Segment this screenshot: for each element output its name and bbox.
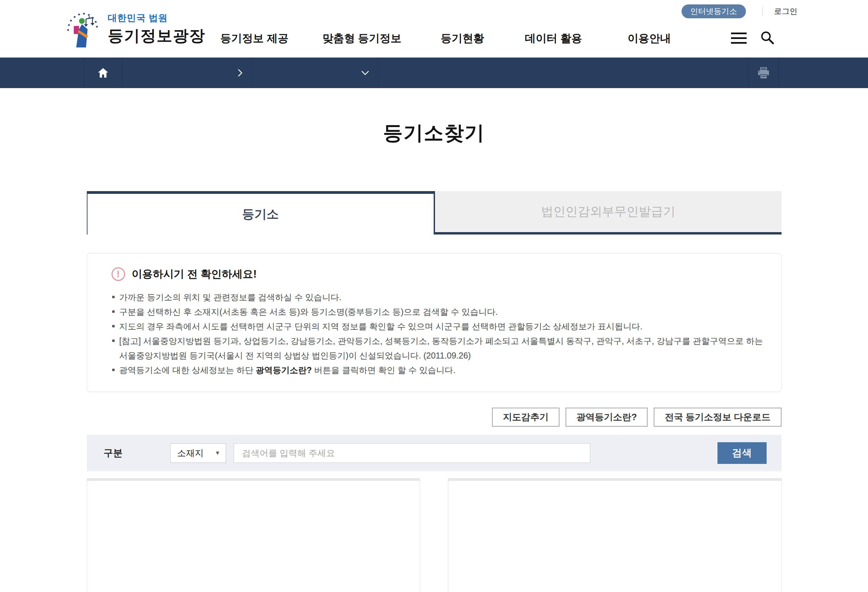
breadcrumb-bar (0, 57, 868, 88)
alert-icon: ! (112, 267, 125, 281)
breadcrumb-item-1[interactable] (122, 57, 252, 88)
notice-item-text: [참고] 서울중앙지방법원 등기과, 상업등기소, 강남등기소, 관악등기소, … (120, 334, 764, 363)
home-icon (97, 68, 109, 78)
hide-map-button[interactable]: 지도감추기 (492, 408, 559, 427)
printer-icon (757, 66, 771, 79)
notice-item-text: 가까운 등기소의 위치 및 관련정보를 검색하실 수 있습니다. (120, 290, 342, 305)
result-panels (87, 478, 782, 592)
notice-item: 광역등기소에 대한 상세정보는 하단 광역등기소란? 버튼을 클릭하면 확인 할… (112, 363, 764, 377)
action-button-row: 지도감추기 광역등기소란? 전국 등기소정보 다운로드 (87, 408, 782, 427)
bullet-marker (112, 369, 115, 371)
registry-list-panel[interactable] (448, 478, 782, 592)
notice-item-text: 구분을 선택하신 후 소재지(서초동 혹은 서초 등)와 등기소명(중부등기소 … (120, 305, 498, 319)
tab-registry-office[interactable]: 등기소 (87, 191, 435, 234)
page-title: 등기소찾기 (0, 120, 868, 146)
login-button[interactable]: 로그인 (774, 6, 797, 16)
map-panel[interactable] (87, 478, 420, 592)
nav-custom-registry-info[interactable]: 맞춤형 등기정보 (322, 31, 402, 46)
download-registry-info-button[interactable]: 전국 등기소정보 다운로드 (654, 408, 781, 427)
util-divider (762, 7, 763, 16)
bullet-marker (112, 325, 115, 327)
nav-registry-status[interactable]: 등기현황 (441, 31, 484, 46)
logo-court-label: 대한민국 법원 (108, 12, 205, 24)
notice-title: 이용하시기 전 확인하세요! (132, 267, 257, 281)
internet-registry-button[interactable]: 인터넷등기소 (682, 4, 746, 18)
chevron-right-icon (237, 68, 243, 77)
bullet-marker (112, 340, 115, 342)
tab-bar: 등기소 법인인감외부무인발급기 (87, 191, 782, 234)
search-icon[interactable] (760, 30, 775, 46)
search-submit-button[interactable]: 검색 (717, 442, 767, 464)
chevron-down-icon (361, 70, 370, 75)
notice-item: 구분을 선택하신 후 소재지(서초동 혹은 서초 등)와 등기소명(중부등기소 … (112, 305, 764, 319)
category-label: 구분 (104, 447, 123, 459)
category-select-value: 소재지 (177, 447, 204, 459)
breadcrumb-dropdown[interactable] (252, 57, 379, 88)
nav-user-guide[interactable]: 이용안내 (627, 31, 671, 46)
nav-data-usage[interactable]: 데이터 활용 (525, 31, 582, 46)
page: 대한민국 법원 등기정보광장 등기정보 제공 맞춤형 등기정보 등기현황 데이터… (0, 0, 868, 592)
regional-registry-info-button[interactable]: 광역등기소란? (565, 408, 648, 427)
bullet-marker (112, 296, 115, 298)
select-caret-icon: ▼ (215, 450, 220, 456)
category-select[interactable]: 소재지 ▼ (170, 443, 226, 463)
notice-item: [참고] 서울중앙지방법원 등기과, 상업등기소, 강남등기소, 관악등기소, … (112, 334, 764, 363)
notice-item-text: 광역등기소에 대한 상세정보는 하단 광역등기소란? 버튼을 클릭하면 확인 할… (120, 363, 456, 377)
search-bar: 구분 소재지 ▼ 검색 (87, 435, 782, 471)
breadcrumb-spacer (379, 57, 748, 88)
notice-item: 가까운 등기소의 위치 및 관련정보를 검색하실 수 있습니다. (112, 290, 764, 305)
search-input[interactable] (233, 443, 590, 463)
logo-site-title: 등기정보광장 (108, 25, 205, 46)
notice-item-text: 지도의 경우 좌측에서 시도를 선택하면 시군구 단위의 지역 정보를 확인할 … (120, 319, 642, 334)
nav-registry-info[interactable]: 등기정보 제공 (220, 31, 289, 46)
tab-corporate-seal-kiosk[interactable]: 법인인감외부무인발급기 (435, 191, 782, 234)
notice-item: 지도의 경우 좌측에서 시도를 선택하면 시군구 단위의 지역 정보를 확인할 … (112, 319, 764, 334)
header: 대한민국 법원 등기정보광장 등기정보 제공 맞춤형 등기정보 등기현황 데이터… (0, 0, 868, 57)
notice-list: 가까운 등기소의 위치 및 관련정보를 검색하실 수 있습니다. 구분을 선택하… (112, 290, 764, 377)
bullet-marker (112, 311, 115, 313)
hamburger-menu-icon[interactable] (731, 32, 747, 44)
breadcrumb-home-button[interactable] (84, 57, 122, 88)
notice-box: ! 이용하시기 전 확인하세요! 가까운 등기소의 위치 및 관련정보를 검색하… (87, 253, 782, 392)
print-button[interactable] (748, 57, 778, 88)
lady-justice-logo-icon (62, 9, 103, 50)
site-logo[interactable]: 대한민국 법원 등기정보광장 (62, 9, 205, 50)
